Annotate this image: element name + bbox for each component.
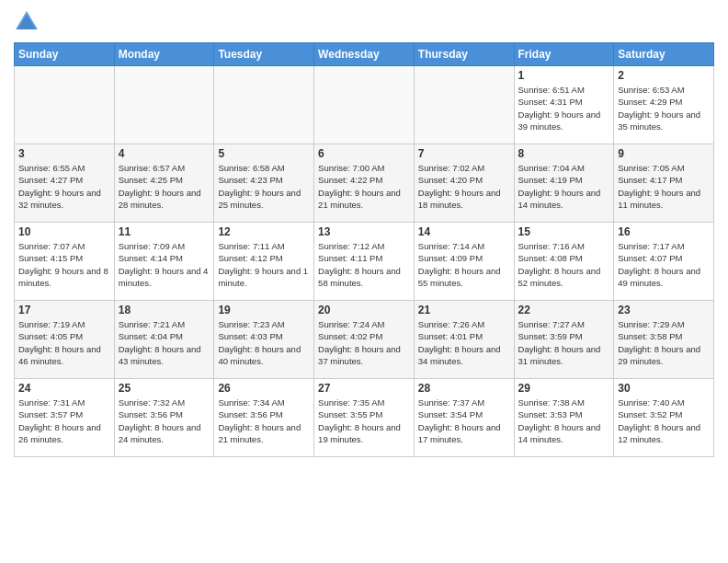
day-cell: 2Sunrise: 6:53 AM Sunset: 4:29 PM Daylig… bbox=[614, 66, 714, 144]
day-cell: 29Sunrise: 7:38 AM Sunset: 3:53 PM Dayli… bbox=[514, 379, 614, 457]
week-row-5: 24Sunrise: 7:31 AM Sunset: 3:57 PM Dayli… bbox=[15, 379, 714, 457]
col-header-thursday: Thursday bbox=[414, 43, 514, 66]
day-cell: 12Sunrise: 7:11 AM Sunset: 4:12 PM Dayli… bbox=[214, 223, 314, 301]
day-info: Sunrise: 7:26 AM Sunset: 4:01 PM Dayligh… bbox=[418, 318, 510, 367]
day-cell bbox=[214, 66, 314, 144]
day-info: Sunrise: 7:05 AM Sunset: 4:17 PM Dayligh… bbox=[618, 162, 710, 211]
day-cell: 17Sunrise: 7:19 AM Sunset: 4:05 PM Dayli… bbox=[15, 301, 115, 379]
day-number: 29 bbox=[518, 382, 610, 395]
day-number: 2 bbox=[618, 69, 710, 82]
day-info: Sunrise: 6:55 AM Sunset: 4:27 PM Dayligh… bbox=[18, 162, 110, 211]
header bbox=[14, 9, 714, 35]
day-cell: 3Sunrise: 6:55 AM Sunset: 4:27 PM Daylig… bbox=[15, 144, 115, 223]
day-cell: 7Sunrise: 7:02 AM Sunset: 4:20 PM Daylig… bbox=[414, 144, 514, 223]
day-number: 4 bbox=[119, 147, 210, 160]
day-info: Sunrise: 7:32 AM Sunset: 3:56 PM Dayligh… bbox=[119, 396, 210, 445]
day-info: Sunrise: 7:17 AM Sunset: 4:07 PM Dayligh… bbox=[618, 240, 710, 289]
day-info: Sunrise: 7:14 AM Sunset: 4:09 PM Dayligh… bbox=[418, 240, 510, 289]
day-cell: 16Sunrise: 7:17 AM Sunset: 4:07 PM Dayli… bbox=[614, 223, 714, 301]
page: SundayMondayTuesdayWednesdayThursdayFrid… bbox=[0, 0, 728, 563]
day-number: 13 bbox=[318, 225, 410, 238]
day-number: 1 bbox=[518, 69, 610, 82]
day-info: Sunrise: 6:57 AM Sunset: 4:25 PM Dayligh… bbox=[119, 162, 210, 211]
day-cell bbox=[114, 66, 214, 144]
day-number: 9 bbox=[618, 147, 710, 160]
day-info: Sunrise: 7:38 AM Sunset: 3:53 PM Dayligh… bbox=[518, 396, 610, 445]
day-cell: 6Sunrise: 7:00 AM Sunset: 4:22 PM Daylig… bbox=[314, 144, 415, 223]
day-cell: 30Sunrise: 7:40 AM Sunset: 3:52 PM Dayli… bbox=[614, 379, 714, 457]
day-cell: 9Sunrise: 7:05 AM Sunset: 4:17 PM Daylig… bbox=[614, 144, 714, 223]
day-number: 12 bbox=[218, 225, 310, 238]
week-row-3: 10Sunrise: 7:07 AM Sunset: 4:15 PM Dayli… bbox=[15, 223, 714, 301]
day-cell: 11Sunrise: 7:09 AM Sunset: 4:14 PM Dayli… bbox=[114, 223, 214, 301]
col-header-monday: Monday bbox=[114, 43, 214, 66]
day-number: 26 bbox=[218, 382, 310, 395]
day-number: 16 bbox=[618, 225, 710, 238]
col-header-sunday: Sunday bbox=[15, 43, 115, 66]
day-cell: 13Sunrise: 7:12 AM Sunset: 4:11 PM Dayli… bbox=[314, 223, 415, 301]
day-number: 21 bbox=[418, 304, 510, 316]
day-info: Sunrise: 7:31 AM Sunset: 3:57 PM Dayligh… bbox=[18, 396, 110, 445]
day-number: 25 bbox=[119, 382, 210, 395]
day-info: Sunrise: 7:19 AM Sunset: 4:05 PM Dayligh… bbox=[18, 318, 110, 367]
week-row-1: 1Sunrise: 6:51 AM Sunset: 4:31 PM Daylig… bbox=[15, 66, 714, 144]
day-cell bbox=[314, 66, 415, 144]
day-info: Sunrise: 7:04 AM Sunset: 4:19 PM Dayligh… bbox=[518, 162, 610, 211]
day-info: Sunrise: 7:23 AM Sunset: 4:03 PM Dayligh… bbox=[218, 318, 310, 367]
calendar-header-row: SundayMondayTuesdayWednesdayThursdayFrid… bbox=[15, 43, 714, 66]
day-info: Sunrise: 7:00 AM Sunset: 4:22 PM Dayligh… bbox=[318, 162, 410, 211]
day-number: 18 bbox=[119, 304, 210, 316]
day-cell bbox=[15, 66, 115, 144]
day-info: Sunrise: 7:35 AM Sunset: 3:55 PM Dayligh… bbox=[318, 396, 410, 445]
day-number: 20 bbox=[318, 304, 410, 316]
day-cell: 23Sunrise: 7:29 AM Sunset: 3:58 PM Dayli… bbox=[614, 301, 714, 379]
day-info: Sunrise: 7:07 AM Sunset: 4:15 PM Dayligh… bbox=[18, 240, 110, 289]
week-row-2: 3Sunrise: 6:55 AM Sunset: 4:27 PM Daylig… bbox=[15, 144, 714, 223]
day-info: Sunrise: 6:53 AM Sunset: 4:29 PM Dayligh… bbox=[618, 84, 710, 132]
day-number: 24 bbox=[18, 382, 110, 395]
day-info: Sunrise: 7:37 AM Sunset: 3:54 PM Dayligh… bbox=[418, 396, 510, 445]
day-number: 30 bbox=[618, 382, 710, 395]
day-cell: 1Sunrise: 6:51 AM Sunset: 4:31 PM Daylig… bbox=[514, 66, 614, 144]
day-info: Sunrise: 6:51 AM Sunset: 4:31 PM Dayligh… bbox=[518, 84, 610, 132]
day-number: 5 bbox=[218, 147, 310, 160]
day-number: 14 bbox=[418, 225, 510, 238]
day-cell: 18Sunrise: 7:21 AM Sunset: 4:04 PM Dayli… bbox=[114, 301, 214, 379]
day-info: Sunrise: 7:16 AM Sunset: 4:08 PM Dayligh… bbox=[518, 240, 610, 289]
day-number: 17 bbox=[18, 304, 110, 316]
day-cell: 10Sunrise: 7:07 AM Sunset: 4:15 PM Dayli… bbox=[15, 223, 115, 301]
col-header-tuesday: Tuesday bbox=[214, 43, 314, 66]
day-cell: 5Sunrise: 6:58 AM Sunset: 4:23 PM Daylig… bbox=[214, 144, 314, 223]
day-number: 15 bbox=[518, 225, 610, 238]
day-number: 3 bbox=[18, 147, 110, 160]
day-cell: 19Sunrise: 7:23 AM Sunset: 4:03 PM Dayli… bbox=[214, 301, 314, 379]
day-number: 11 bbox=[119, 225, 210, 238]
col-header-saturday: Saturday bbox=[614, 43, 714, 66]
day-info: Sunrise: 7:34 AM Sunset: 3:56 PM Dayligh… bbox=[218, 396, 310, 445]
day-info: Sunrise: 7:09 AM Sunset: 4:14 PM Dayligh… bbox=[119, 240, 210, 289]
day-cell: 20Sunrise: 7:24 AM Sunset: 4:02 PM Dayli… bbox=[314, 301, 415, 379]
day-number: 22 bbox=[518, 304, 610, 316]
day-cell: 8Sunrise: 7:04 AM Sunset: 4:19 PM Daylig… bbox=[514, 144, 614, 223]
day-info: Sunrise: 7:02 AM Sunset: 4:20 PM Dayligh… bbox=[418, 162, 510, 211]
day-number: 7 bbox=[418, 147, 510, 160]
day-info: Sunrise: 6:58 AM Sunset: 4:23 PM Dayligh… bbox=[218, 162, 310, 211]
day-info: Sunrise: 7:29 AM Sunset: 3:58 PM Dayligh… bbox=[618, 318, 710, 367]
day-cell: 24Sunrise: 7:31 AM Sunset: 3:57 PM Dayli… bbox=[15, 379, 115, 457]
day-cell bbox=[414, 66, 514, 144]
week-row-4: 17Sunrise: 7:19 AM Sunset: 4:05 PM Dayli… bbox=[15, 301, 714, 379]
day-cell: 4Sunrise: 6:57 AM Sunset: 4:25 PM Daylig… bbox=[114, 144, 214, 223]
day-info: Sunrise: 7:24 AM Sunset: 4:02 PM Dayligh… bbox=[318, 318, 410, 367]
day-number: 28 bbox=[418, 382, 510, 395]
logo-icon bbox=[14, 9, 40, 35]
day-cell: 28Sunrise: 7:37 AM Sunset: 3:54 PM Dayli… bbox=[414, 379, 514, 457]
day-cell: 27Sunrise: 7:35 AM Sunset: 3:55 PM Dayli… bbox=[314, 379, 415, 457]
day-info: Sunrise: 7:21 AM Sunset: 4:04 PM Dayligh… bbox=[119, 318, 210, 367]
col-header-wednesday: Wednesday bbox=[314, 43, 415, 66]
col-header-friday: Friday bbox=[514, 43, 614, 66]
day-info: Sunrise: 7:40 AM Sunset: 3:52 PM Dayligh… bbox=[618, 396, 710, 445]
day-number: 23 bbox=[618, 304, 710, 316]
day-cell: 26Sunrise: 7:34 AM Sunset: 3:56 PM Dayli… bbox=[214, 379, 314, 457]
day-cell: 14Sunrise: 7:14 AM Sunset: 4:09 PM Dayli… bbox=[414, 223, 514, 301]
day-cell: 21Sunrise: 7:26 AM Sunset: 4:01 PM Dayli… bbox=[414, 301, 514, 379]
